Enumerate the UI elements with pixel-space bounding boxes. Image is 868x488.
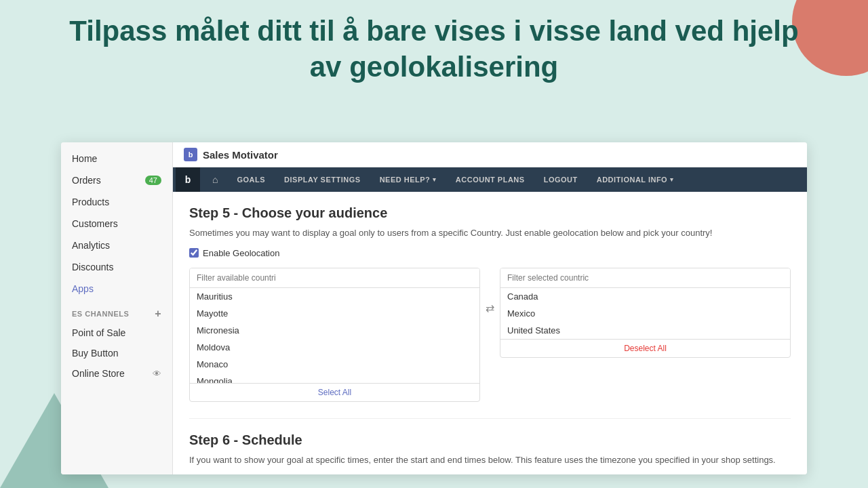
list-item[interactable]: Mayotte [190,305,479,322]
step5-description: Sometimes you may want to display a goal… [189,226,791,240]
main-content: b Sales Motivator b ⌂ GOALS DISPLAY SETT… [173,142,807,474]
sidebar-item-pos[interactable]: Point of Sale [61,323,172,343]
sidebar-item-label: Discounts [72,262,113,272]
list-item[interactable]: Canada [500,288,790,305]
deselect-all-button[interactable]: Deselect All [500,339,790,357]
available-country-list: Mauritius Mayotte Micronesia Moldova Mon… [190,288,479,383]
list-item[interactable]: Monaco [190,356,479,373]
nav-home-button[interactable]: ⌂ [203,167,227,192]
sidebar: Home Orders 47 Products Customers Analyt… [61,142,173,474]
app-title: Sales Motivator [203,149,278,161]
geolocation-checkbox[interactable] [189,248,199,258]
nav-item-account-plans[interactable]: ACCOUNT PLANS [446,169,534,190]
sidebar-item-products[interactable]: Products [61,191,172,213]
sidebar-item-online-store[interactable]: Online Store 👁 [61,363,172,384]
list-item[interactable]: Mongolia [190,373,479,383]
sidebar-item-label: Analytics [72,240,110,251]
sidebar-item-orders[interactable]: Orders 47 [61,169,172,191]
nav-item-goals[interactable]: GOALS [227,169,275,190]
available-countries-container: Mauritius Mayotte Micronesia Moldova Mon… [189,268,480,402]
sidebar-item-home[interactable]: Home [61,148,172,169]
hero-title: Tilpass målet ditt til å bare vises i vi… [68,14,800,85]
list-item[interactable]: Mauritius [190,288,479,305]
geolocation-checkbox-row: Enable Geolocation [189,248,791,258]
sidebar-item-label: Buy Button [72,348,119,359]
nav-item-logout[interactable]: LOGOUT [534,169,587,190]
add-channel-icon[interactable]: + [155,308,161,320]
app-logo: b [184,148,197,161]
sidebar-item-label: Point of Sale [72,327,125,338]
transfer-icon[interactable]: ⇄ [486,268,494,314]
selected-filter-input[interactable] [500,268,790,288]
sidebar-item-analytics[interactable]: Analytics [61,235,172,256]
sidebar-item-label: Home [72,153,97,164]
sidebar-item-apps[interactable]: Apps [61,278,172,300]
nav-item-display-settings[interactable]: DISPLAY SETTINGS [275,169,370,190]
sidebar-item-buy-button[interactable]: Buy Button [61,343,172,363]
nav-item-additional-info[interactable]: ADDITIONAL INFO ▾ [587,169,684,190]
sidebar-item-label: Orders [72,175,101,186]
app-header: b Sales Motivator [173,142,807,167]
ui-container: Home Orders 47 Products Customers Analyt… [61,142,807,474]
sidebar-item-label: Online Store [72,368,125,379]
nav-logo: b [176,167,200,192]
orders-badge: 47 [145,176,161,185]
chevron-down-icon: ▾ [670,176,674,183]
section-label-text: ES CHANNELS [72,310,129,318]
country-selector: Mauritius Mayotte Micronesia Moldova Mon… [189,268,791,402]
sidebar-section-channels: ES CHANNELS + [61,300,172,323]
list-item[interactable]: Mexico [500,305,790,322]
chevron-down-icon: ▾ [433,176,437,183]
hero-section: Tilpass målet ditt til å bare vises i vi… [0,14,868,85]
available-filter-input[interactable] [190,268,479,288]
step6-section: Step 6 - Schedule If you want to show yo… [189,418,791,467]
sidebar-item-customers[interactable]: Customers [61,213,172,235]
page-content: Step 5 - Choose your audience Sometimes … [173,192,807,474]
geolocation-label[interactable]: Enable Geolocation [203,248,279,258]
list-item[interactable]: Moldova [190,339,479,356]
sidebar-item-discounts[interactable]: Discounts [61,256,172,278]
select-all-button[interactable]: Select All [190,383,479,401]
step5-section: Step 5 - Choose your audience Sometimes … [189,205,791,402]
sidebar-item-label: Customers [72,218,118,229]
nav-bar: b ⌂ GOALS DISPLAY SETTINGS NEED HELP? ▾ … [173,167,807,192]
step6-description: If you want to show your goal at specifi… [189,453,791,467]
selected-country-list: Canada Mexico United States [500,288,790,339]
sidebar-item-label: Apps [72,283,94,294]
eye-icon: 👁 [153,369,161,379]
nav-item-need-help[interactable]: NEED HELP? ▾ [370,169,446,190]
list-item[interactable]: Micronesia [190,322,479,339]
step6-title: Step 6 - Schedule [189,432,791,448]
sidebar-item-label: Products [72,197,109,207]
list-item[interactable]: United States [500,322,790,339]
selected-countries-container: Canada Mexico United States Deselect All [500,268,791,358]
step5-title: Step 5 - Choose your audience [189,205,791,221]
